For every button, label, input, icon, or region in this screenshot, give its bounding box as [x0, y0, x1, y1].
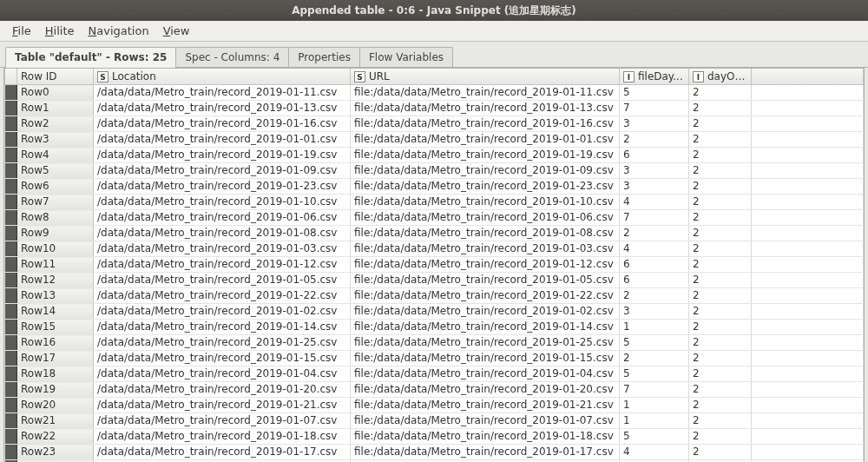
table-row[interactable]: Row9/data/data/Metro_train/record_2019-0…: [5, 226, 864, 241]
cell-dayof[interactable]: 2: [689, 148, 752, 163]
tab-table-default[interactable]: Table "default" - Rows: 25: [5, 47, 176, 68]
table-row[interactable]: Row4/data/data/Metro_train/record_2019-0…: [5, 148, 864, 163]
cell-url[interactable]: file:/data/data/Metro_train/record_2019-…: [351, 241, 620, 257]
cell-rowid[interactable]: Row2: [17, 116, 94, 132]
row-marker[interactable]: [5, 257, 17, 273]
table-row[interactable]: Row19/data/data/Metro_train/record_2019-…: [5, 382, 864, 398]
cell-location[interactable]: /data/data/Metro_train/record_2019-01-09…: [94, 163, 351, 179]
cell-dayof[interactable]: 2: [689, 226, 752, 241]
table-row[interactable]: Row1/data/data/Metro_train/record_2019-0…: [5, 101, 864, 116]
cell-location[interactable]: /data/data/Metro_train/record_2019-01-18…: [94, 429, 351, 445]
cell-dayof[interactable]: 2: [689, 320, 752, 335]
cell-location[interactable]: /data/data/Metro_train/record_2019-01-02…: [94, 304, 351, 320]
cell-location[interactable]: /data/data/Metro_train/record_2019-01-01…: [94, 132, 351, 148]
row-marker[interactable]: [5, 163, 17, 179]
row-marker[interactable]: [5, 85, 17, 101]
cell-url[interactable]: file:/data/data/Metro_train/record_2019-…: [351, 413, 620, 429]
cell-location[interactable]: /data/data/Metro_train/record_2019-01-13…: [94, 101, 351, 116]
cell-rowid[interactable]: Row5: [17, 163, 94, 179]
cell-url[interactable]: file:/data/data/Metro_train/record_2019-…: [351, 148, 620, 163]
cell-location[interactable]: /data/data/Metro_train/record_2019-01-25…: [94, 335, 351, 351]
row-marker[interactable]: [5, 445, 17, 460]
table-row[interactable]: Row14/data/data/Metro_train/record_2019-…: [5, 304, 864, 320]
tab-properties[interactable]: Properties: [288, 47, 360, 67]
row-marker[interactable]: [5, 241, 17, 257]
cell-dayof[interactable]: 2: [689, 116, 752, 132]
cell-rowid[interactable]: Row18: [17, 366, 94, 382]
row-marker[interactable]: [5, 304, 17, 320]
cell-url[interactable]: file:/data/data/Metro_train/record_2019-…: [351, 226, 620, 241]
cell-location[interactable]: /data/data/Metro_train/record_2019-01-22…: [94, 288, 351, 304]
cell-location[interactable]: /data/data/Metro_train/record_2019-01-23…: [94, 179, 351, 195]
cell-fileday[interactable]: 5: [620, 85, 689, 101]
cell-location[interactable]: /data/data/Metro_train/record_2019-01-16…: [94, 116, 351, 132]
column-header-marker[interactable]: [5, 69, 17, 85]
cell-fileday[interactable]: 3: [620, 163, 689, 179]
cell-rowid[interactable]: Row7: [17, 195, 94, 210]
table-row[interactable]: Row17/data/data/Metro_train/record_2019-…: [5, 351, 864, 366]
cell-fileday[interactable]: 4: [620, 445, 689, 460]
cell-dayof[interactable]: 2: [689, 179, 752, 195]
row-marker[interactable]: [5, 382, 17, 398]
cell-dayof[interactable]: 2: [689, 351, 752, 366]
cell-dayof[interactable]: 2: [689, 429, 752, 445]
table-row[interactable]: Row13/data/data/Metro_train/record_2019-…: [5, 288, 864, 304]
cell-location[interactable]: /data/data/Metro_train/record_2019-01-04…: [94, 366, 351, 382]
cell-url[interactable]: file:/data/data/Metro_train/record_2019-…: [351, 398, 620, 413]
table-row[interactable]: Row21/data/data/Metro_train/record_2019-…: [5, 413, 864, 429]
row-marker[interactable]: [5, 210, 17, 226]
table-row[interactable]: Row7/data/data/Metro_train/record_2019-0…: [5, 195, 864, 210]
cell-dayof[interactable]: 2: [689, 304, 752, 320]
cell-rowid[interactable]: Row17: [17, 351, 94, 366]
cell-dayof[interactable]: 2: [689, 163, 752, 179]
cell-url[interactable]: file:/data/data/Metro_train/record_2019-…: [351, 288, 620, 304]
table-row[interactable]: Row15/data/data/Metro_train/record_2019-…: [5, 320, 864, 335]
row-marker[interactable]: [5, 101, 17, 116]
column-header-dayof[interactable]: IdayOf...: [689, 69, 752, 85]
row-marker[interactable]: [5, 195, 17, 210]
cell-rowid[interactable]: Row22: [17, 429, 94, 445]
cell-dayof[interactable]: 2: [689, 195, 752, 210]
cell-url[interactable]: file:/data/data/Metro_train/record_2019-…: [351, 304, 620, 320]
cell-location[interactable]: /data/data/Metro_train/record_2019-01-17…: [94, 445, 351, 460]
cell-rowid[interactable]: Row3: [17, 132, 94, 148]
cell-dayof[interactable]: 2: [689, 132, 752, 148]
row-marker[interactable]: [5, 429, 17, 445]
cell-rowid[interactable]: Row13: [17, 288, 94, 304]
cell-location[interactable]: /data/data/Metro_train/record_2019-01-05…: [94, 273, 351, 288]
cell-fileday[interactable]: 5: [620, 335, 689, 351]
cell-rowid[interactable]: Row9: [17, 226, 94, 241]
cell-location[interactable]: /data/data/Metro_train/record_2019-01-20…: [94, 382, 351, 398]
cell-location[interactable]: /data/data/Metro_train/record_2019-01-12…: [94, 257, 351, 273]
table-row[interactable]: Row22/data/data/Metro_train/record_2019-…: [5, 429, 864, 445]
column-header-url[interactable]: SURL: [351, 69, 620, 85]
cell-rowid[interactable]: Row20: [17, 398, 94, 413]
cell-url[interactable]: file:/data/data/Metro_train/record_2019-…: [351, 351, 620, 366]
row-marker[interactable]: [5, 351, 17, 366]
cell-url[interactable]: file:/data/data/Metro_train/record_2019-…: [351, 335, 620, 351]
row-marker[interactable]: [5, 116, 17, 132]
cell-location[interactable]: /data/data/Metro_train/record_2019-01-14…: [94, 320, 351, 335]
cell-location[interactable]: /data/data/Metro_train/record_2019-01-19…: [94, 148, 351, 163]
row-marker[interactable]: [5, 288, 17, 304]
row-marker[interactable]: [5, 320, 17, 335]
cell-rowid[interactable]: Row15: [17, 320, 94, 335]
cell-url[interactable]: file:/data/data/Metro_train/record_2019-…: [351, 163, 620, 179]
table-row[interactable]: Row23/data/data/Metro_train/record_2019-…: [5, 445, 864, 460]
column-header-rowid[interactable]: Row ID: [17, 69, 94, 85]
cell-url[interactable]: file:/data/data/Metro_train/record_2019-…: [351, 195, 620, 210]
cell-fileday[interactable]: 3: [620, 179, 689, 195]
cell-url[interactable]: file:/data/data/Metro_train/record_2019-…: [351, 257, 620, 273]
cell-fileday[interactable]: 7: [620, 101, 689, 116]
cell-dayof[interactable]: 2: [689, 85, 752, 101]
cell-location[interactable]: /data/data/Metro_train/record_2019-01-08…: [94, 226, 351, 241]
cell-url[interactable]: file:/data/data/Metro_train/record_2019-…: [351, 116, 620, 132]
cell-url[interactable]: file:/data/data/Metro_train/record_2019-…: [351, 101, 620, 116]
table-row[interactable]: Row10/data/data/Metro_train/record_2019-…: [5, 241, 864, 257]
table-row[interactable]: Row11/data/data/Metro_train/record_2019-…: [5, 257, 864, 273]
table-row[interactable]: Row2/data/data/Metro_train/record_2019-0…: [5, 116, 864, 132]
column-header-fileday[interactable]: IfileDay...: [620, 69, 689, 85]
cell-fileday[interactable]: 7: [620, 210, 689, 226]
cell-rowid[interactable]: Row8: [17, 210, 94, 226]
cell-rowid[interactable]: Row12: [17, 273, 94, 288]
